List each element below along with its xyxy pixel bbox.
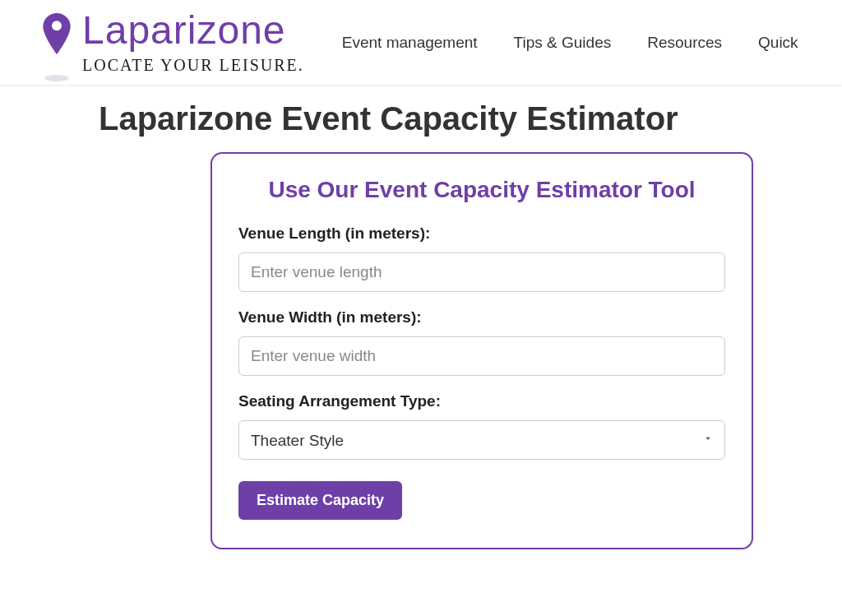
field-venue-length: Venue Length (in meters): — [238, 225, 725, 292]
estimate-capacity-button[interactable]: Estimate Capacity — [238, 481, 402, 520]
width-label: Venue Width (in meters): — [238, 308, 725, 327]
svg-point-0 — [52, 21, 62, 30]
nav-item-quick[interactable]: Quick — [758, 34, 798, 52]
venue-length-input[interactable] — [238, 252, 725, 292]
field-seating-arrangement: Seating Arrangement Type: Theater Style — [238, 392, 725, 460]
brand-tagline: LOCATE YOUR LEISURE. — [82, 56, 304, 75]
nav-item-tips-guides[interactable]: Tips & Guides — [514, 34, 612, 52]
map-pin-icon — [39, 13, 74, 61]
arrangement-label: Seating Arrangement Type: — [238, 392, 725, 410]
nav-item-resources[interactable]: Resources — [647, 34, 722, 52]
card-title: Use Our Event Capacity Estimator Tool — [238, 177, 725, 203]
nav-item-event-management[interactable]: Event management — [342, 34, 478, 52]
brand-logo[interactable]: Laparizone LOCATE YOUR LEISURE. — [39, 10, 304, 75]
field-venue-width: Venue Width (in meters): — [238, 308, 725, 376]
estimator-card: Use Our Event Capacity Estimator Tool Ve… — [210, 152, 753, 549]
top-nav: Event management Tips & Guides Resources… — [342, 34, 798, 52]
arrangement-select[interactable]: Theater Style — [238, 420, 725, 460]
venue-width-input[interactable] — [238, 336, 725, 376]
length-label: Venue Length (in meters): — [238, 225, 725, 243]
page-main: Laparizone Event Capacity Estimator Use … — [0, 86, 842, 549]
site-header: Laparizone LOCATE YOUR LEISURE. Event ma… — [0, 0, 842, 86]
brand-name: Laparizone — [82, 10, 304, 51]
page-title: Laparizone Event Capacity Estimator — [99, 100, 842, 137]
